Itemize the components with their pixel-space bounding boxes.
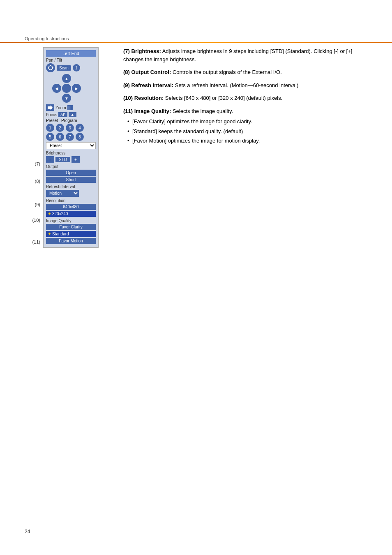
bullet-list: • [Favor Clarity] optimizes the image fo…	[127, 117, 367, 145]
page-number: 24	[25, 529, 30, 534]
dpad: ▲ ◀ ▶ ▼	[52, 74, 96, 103]
bullet-2-marker: •	[127, 127, 129, 136]
instruction-item-11: (11) Image Quality: Selects the image qu…	[123, 107, 367, 115]
instructions-panel: (7) Brightness: Adjusts image brightness…	[123, 47, 367, 248]
focus-manual-button[interactable]: ▲	[69, 112, 76, 117]
dpad-down[interactable]: ▼	[62, 94, 71, 103]
dpad-center	[62, 84, 71, 93]
bullet-3-marker: •	[127, 137, 129, 145]
zoom-label: Zoom	[55, 106, 66, 110]
num-btn-2[interactable]: 2	[56, 124, 64, 132]
label-11: (11)	[32, 240, 40, 244]
output-open-button[interactable]: Open	[46, 170, 96, 176]
dpad-empty-tl	[52, 74, 61, 83]
num-btn-1[interactable]: 1	[46, 124, 54, 132]
quality-star-icon: ★	[48, 232, 51, 236]
instruction-item-7: (7) Brightness: Adjusts image brightness…	[123, 47, 367, 63]
focus-label: Focus	[46, 113, 57, 117]
svg-point-0	[48, 66, 53, 70]
image-quality-section-label: Image Quality	[46, 219, 96, 223]
dpad-up[interactable]: ▲	[62, 74, 71, 83]
refresh-section-label: Refresh Interval	[46, 184, 96, 189]
label-9: (9)	[35, 202, 40, 207]
brightness-std-display: STD	[55, 157, 70, 162]
refresh-row: Motion	[46, 190, 96, 197]
num-btn-3[interactable]: 3	[66, 124, 74, 132]
instruction-9-label: (9) Refresh Interval:	[123, 82, 173, 88]
brightness-row: - STD +	[46, 156, 96, 163]
instruction-7-label: (7) Brightness:	[123, 48, 161, 54]
instruction-10-label: (10) Resolution:	[123, 95, 164, 101]
left-column: Left End Pan / Tilt Scan 1 ▲ ◀ ▶ ▼	[25, 47, 111, 248]
quality-favor-clarity-button[interactable]: Favor Clarity	[46, 224, 96, 230]
bullet-item-2: • [Standard] keeps the standard quality.…	[127, 127, 367, 136]
num-btn-5[interactable]: 5	[46, 133, 54, 141]
svg-rect-1	[48, 106, 51, 109]
bullet-item-1: • [Favor Clarity] optimizes the image fo…	[127, 117, 367, 126]
output-short-button[interactable]: Short	[46, 177, 96, 183]
instruction-8-text: Controls the output signals of the Exter…	[173, 69, 282, 75]
dpad-empty-tr	[72, 74, 81, 83]
refresh-select[interactable]: Motion	[46, 190, 79, 197]
scan-row: Scan 1	[46, 63, 96, 72]
camera-control-panel: Left End Pan / Tilt Scan 1 ▲ ◀ ▶ ▼	[43, 47, 99, 248]
dpad-right[interactable]: ▶	[72, 84, 81, 93]
top-divider	[0, 42, 392, 43]
preset-label: Preset	[46, 118, 58, 123]
bullet-item-3: • [Favor Motion] optimizes the image for…	[127, 137, 367, 145]
instruction-item-10: (10) Resolution: Selects [640 x 480] or …	[123, 94, 367, 102]
header-label: Operating Instructions	[25, 36, 69, 41]
instruction-11-label: (11) Image Quality:	[123, 108, 171, 114]
scan-button[interactable]: Scan	[57, 65, 71, 71]
num-btn-6[interactable]: 6	[56, 133, 64, 141]
resolution-320-button[interactable]: ★ 320x240	[46, 211, 96, 217]
program-label: Program	[61, 118, 77, 123]
brightness-minus-button[interactable]: -	[46, 156, 54, 163]
zoom-row: Zoom |||	[46, 104, 96, 111]
quality-standard-button[interactable]: ★ Standard	[46, 231, 96, 237]
bullet-1-text: [Favor Clarity] optimizes the image for …	[132, 118, 252, 124]
resolution-star-icon: ★	[48, 212, 51, 216]
svg-marker-2	[51, 105, 53, 110]
instruction-11-text: Selects the image quality.	[173, 108, 233, 114]
left-end-bar: Left End	[46, 50, 96, 57]
label-10: (10)	[32, 218, 40, 223]
label-8: (8)	[35, 179, 40, 184]
preset-program-row: Preset Program	[46, 118, 96, 123]
dpad-empty-br	[72, 94, 81, 103]
scan-circle-icon[interactable]	[46, 63, 55, 72]
instruction-10-text: Selects [640 x 480] or [320 x 240] (defa…	[165, 95, 282, 101]
brightness-plus-button[interactable]: +	[71, 156, 80, 163]
bullet-2-text: [Standard] keeps the standard quality. (…	[132, 128, 243, 134]
quality-favor-motion-button[interactable]: Favor Motion	[46, 238, 96, 244]
focus-row: Focus AF ▲	[46, 112, 96, 117]
bullet-3-text: [Favor Motion] optimizes the image for m…	[132, 138, 260, 144]
instruction-item-8: (8) Output Control: Controls the output …	[123, 68, 367, 76]
bullet-1-marker: •	[127, 117, 129, 126]
output-section-label: Output	[46, 164, 96, 169]
num-btn-8[interactable]: 8	[76, 133, 84, 141]
zoom-icon	[46, 104, 54, 111]
scan-num-button[interactable]: 1	[73, 64, 80, 71]
brightness-section-label: Brightness	[46, 151, 96, 155]
focus-af-button[interactable]: AF	[58, 112, 67, 117]
resolution-section-label: Resolution	[46, 198, 96, 203]
num-btn-7[interactable]: 7	[66, 133, 74, 141]
num-grid: 1 2 3 4 5 6 7 8	[46, 124, 96, 141]
dpad-empty-bl	[52, 94, 61, 103]
instruction-item-9: (9) Refresh Interval: Sets a refresh int…	[123, 81, 367, 90]
dpad-left[interactable]: ◀	[52, 84, 61, 93]
pan-tilt-label: Pan / Tilt	[46, 58, 96, 62]
resolution-640-button[interactable]: 640x480	[46, 204, 96, 210]
zoom-control[interactable]: |||	[67, 105, 73, 110]
label-7: (7)	[35, 161, 40, 166]
preset-select[interactable]: -Preset-	[46, 142, 96, 149]
num-btn-4[interactable]: 4	[76, 124, 84, 132]
instruction-8-label: (8) Output Control:	[123, 69, 171, 75]
instruction-9-text: Sets a refresh interval. (Motion—60-seco…	[175, 82, 299, 88]
